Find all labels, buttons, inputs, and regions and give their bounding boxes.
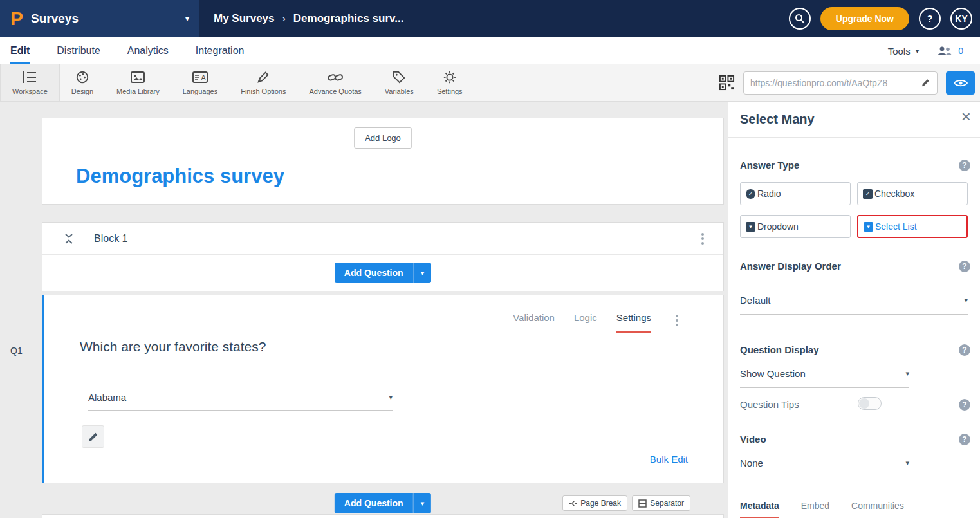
pen-icon bbox=[255, 70, 271, 84]
question-text[interactable]: Which are your favorite states? bbox=[80, 339, 266, 355]
editor-toolbar: Workspace Design Media Library A Languag… bbox=[0, 64, 980, 102]
add-question-button-bottom[interactable]: Add Question bbox=[335, 493, 413, 513]
help-icon[interactable]: ? bbox=[959, 434, 970, 445]
help-icon[interactable]: ? bbox=[959, 160, 970, 171]
page-break-icon bbox=[569, 499, 577, 508]
survey-nav-tabs: Edit Distribute Analytics Integration bbox=[10, 37, 244, 64]
close-icon[interactable]: × bbox=[961, 108, 971, 125]
tab-validation[interactable]: Validation bbox=[513, 312, 555, 333]
product-switcher[interactable]: P Surveys ▾ bbox=[0, 0, 199, 37]
edit-answers-button[interactable] bbox=[82, 425, 104, 448]
toolbar-item-variables[interactable]: Variables bbox=[373, 64, 425, 101]
toolbar-label: Settings bbox=[437, 88, 463, 95]
tab-distribute[interactable]: Distribute bbox=[57, 37, 100, 64]
chevron-down-icon: ▾ bbox=[185, 14, 189, 23]
add-question-row: Add Question ▾ bbox=[42, 255, 723, 291]
toolbar-label: Workspace bbox=[12, 88, 48, 95]
add-question-button[interactable]: Add Question bbox=[335, 263, 413, 283]
search-button[interactable] bbox=[789, 8, 811, 30]
toolbar-item-advance-quotas[interactable]: Advance Quotas bbox=[297, 64, 373, 101]
toolbar-item-settings[interactable]: Settings bbox=[425, 64, 474, 101]
breadcrumb-separator-icon: › bbox=[282, 13, 286, 24]
video-select[interactable]: None ▾ bbox=[740, 458, 909, 477]
answer-type-checkbox[interactable]: ✓ Checkbox bbox=[857, 182, 968, 205]
question-number: Q1 bbox=[10, 346, 23, 356]
survey-nav-bar: Edit Distribute Analytics Integration To… bbox=[0, 37, 980, 64]
survey-url-input[interactable] bbox=[750, 78, 916, 88]
tools-menu[interactable]: Tools ▾ bbox=[888, 46, 920, 57]
toolbar-label: Variables bbox=[385, 88, 414, 95]
separator-button[interactable]: Separator bbox=[632, 495, 690, 511]
qr-code-button[interactable] bbox=[719, 75, 735, 91]
tab-integration[interactable]: Integration bbox=[196, 37, 245, 64]
question-tabs: Validation Logic Settings bbox=[513, 312, 651, 333]
panel-tabs: Metadata Embed Communities bbox=[740, 501, 904, 518]
question-tips-toggle[interactable] bbox=[858, 397, 882, 410]
toolbar-item-design[interactable]: Design bbox=[60, 64, 105, 101]
question-tips-label: Question Tips bbox=[740, 399, 799, 410]
toolbar-item-languages[interactable]: A Languages bbox=[171, 64, 229, 101]
tab-metadata[interactable]: Metadata bbox=[740, 501, 779, 518]
tab-logic[interactable]: Logic bbox=[574, 312, 597, 333]
answer-type-label-checkbox: Checkbox bbox=[874, 189, 914, 199]
add-question-split-bottom: Add Question ▾ bbox=[335, 493, 431, 513]
survey-url-box bbox=[743, 71, 938, 95]
video-value: None bbox=[740, 458, 763, 468]
block-header: Block 1 bbox=[42, 223, 723, 255]
help-button[interactable]: ? bbox=[919, 8, 941, 30]
people-icon bbox=[937, 46, 952, 56]
pencil-icon bbox=[921, 78, 930, 88]
add-question-dropdown[interactable]: ▾ bbox=[413, 263, 432, 283]
toolbar-item-workspace[interactable]: Workspace bbox=[0, 64, 60, 101]
question-display-select[interactable]: Show Question ▾ bbox=[740, 368, 909, 388]
bulk-edit-link[interactable]: Bulk Edit bbox=[650, 454, 688, 465]
select-list-icon: ▾ bbox=[864, 222, 873, 232]
survey-canvas: Q1 Add Logo Demographics survey Block 1 … bbox=[0, 102, 728, 518]
question-display-label: Question Display bbox=[740, 344, 819, 355]
answer-dropdown[interactable]: Alabama ▾ bbox=[88, 392, 393, 411]
collaborators[interactable]: 0 bbox=[937, 46, 963, 56]
preview-button[interactable] bbox=[946, 71, 975, 95]
answer-type-select-list[interactable]: ▾ Select List bbox=[857, 215, 968, 238]
edit-url-button[interactable] bbox=[921, 78, 930, 88]
separator-icon bbox=[638, 499, 647, 508]
top-bar: P Surveys ▾ My Surveys › Demographics su… bbox=[0, 0, 980, 37]
question-card: Validation Logic Settings Which are your… bbox=[42, 295, 724, 483]
tab-analytics[interactable]: Analytics bbox=[127, 37, 169, 64]
panel-divider bbox=[728, 488, 980, 488]
survey-header-card: Add Logo Demographics survey bbox=[42, 118, 724, 205]
add-logo-button[interactable]: Add Logo bbox=[354, 127, 412, 149]
gear-icon bbox=[442, 70, 458, 84]
collapse-block-button[interactable] bbox=[64, 233, 73, 245]
tab-embed[interactable]: Embed bbox=[801, 501, 829, 518]
question-menu-button[interactable] bbox=[673, 312, 681, 329]
question-display-value: Show Question bbox=[740, 368, 806, 379]
collaborator-count: 0 bbox=[958, 46, 963, 56]
tag-icon bbox=[391, 70, 407, 84]
answer-display-order-select[interactable]: Default ▾ bbox=[740, 295, 968, 315]
block-title[interactable]: Block 1 bbox=[94, 233, 127, 245]
toolbar-item-media-library[interactable]: Media Library bbox=[105, 64, 171, 101]
upgrade-now-button[interactable]: Upgrade Now bbox=[820, 7, 909, 30]
tab-communities[interactable]: Communities bbox=[851, 501, 904, 518]
breadcrumb: My Surveys › Demographics surv... bbox=[214, 12, 403, 25]
topbar-actions: Upgrade Now ? KY bbox=[789, 7, 980, 30]
answer-display-order-value: Default bbox=[740, 295, 771, 306]
help-icon[interactable]: ? bbox=[959, 399, 970, 411]
avatar[interactable]: KY bbox=[950, 8, 972, 30]
product-name: Surveys bbox=[31, 12, 79, 26]
block-menu-button[interactable] bbox=[699, 230, 707, 247]
panel-divider bbox=[728, 137, 980, 138]
toolbar-item-finish-options[interactable]: Finish Options bbox=[229, 64, 297, 101]
page-break-button[interactable]: Page Break bbox=[562, 495, 627, 511]
breadcrumb-my-surveys[interactable]: My Surveys bbox=[214, 12, 275, 25]
answer-type-radio[interactable]: ✓ Radio bbox=[740, 182, 851, 205]
help-icon[interactable]: ? bbox=[959, 261, 970, 272]
help-icon[interactable]: ? bbox=[959, 344, 970, 356]
answer-type-dropdown[interactable]: ▾ Dropdown bbox=[740, 215, 851, 238]
tab-edit[interactable]: Edit bbox=[10, 37, 30, 64]
survey-title[interactable]: Demographics survey bbox=[76, 165, 284, 188]
tab-settings[interactable]: Settings bbox=[616, 312, 651, 333]
add-question-dropdown-bottom[interactable]: ▾ bbox=[413, 493, 432, 513]
panel-title: Select Many bbox=[740, 112, 815, 127]
